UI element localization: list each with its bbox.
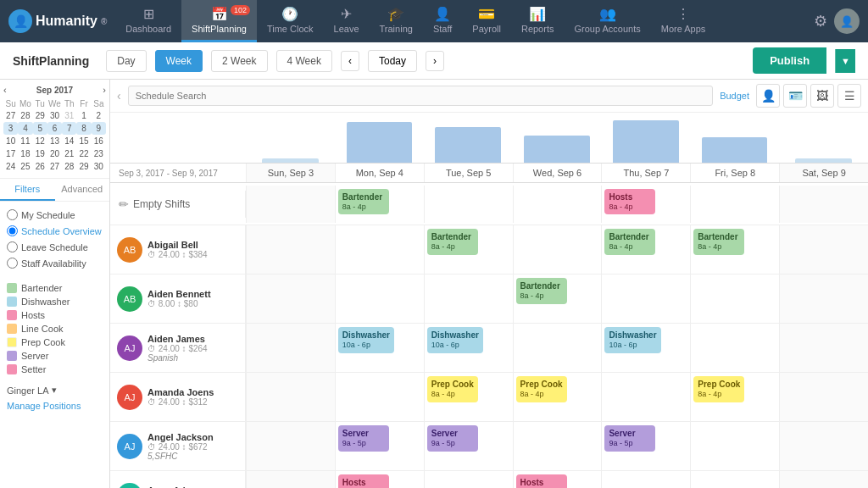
view-4week-button[interactable]: 4 Week xyxy=(276,50,332,72)
list-view-button[interactable]: ☰ xyxy=(837,84,861,108)
mini-cal-8[interactable]: 8 xyxy=(76,122,91,135)
shift-abigail-fri[interactable]: Bartender 8a - 4p xyxy=(693,229,744,255)
mini-cal-1[interactable]: 1 xyxy=(76,109,91,122)
prev-button[interactable]: ‹ xyxy=(341,51,359,71)
mini-cal-27[interactable]: 27 xyxy=(3,109,18,122)
mini-cal-24[interactable]: 24 xyxy=(3,160,18,173)
mini-cal-5[interactable]: 5 xyxy=(33,122,47,135)
mini-cal-prev[interactable]: ‹ xyxy=(3,85,7,95)
nav-item-groupaccounts[interactable]: 👥 Group Accounts xyxy=(564,0,650,42)
date-range-label: Sep 3, 2017 - Sep 9, 2017 xyxy=(110,165,246,181)
shift-aidenjames-mon[interactable]: Dishwasher 10a - 6p xyxy=(338,327,394,353)
nav-item-moreapps[interactable]: ⋮ More Apps xyxy=(651,0,716,42)
mini-cal-3[interactable]: 3 xyxy=(3,122,18,135)
mini-cal-next[interactable]: › xyxy=(103,85,106,95)
mini-cal-25[interactable]: 25 xyxy=(18,160,32,173)
mini-cal-28b[interactable]: 28 xyxy=(62,160,76,173)
mini-cal-31[interactable]: 31 xyxy=(62,109,76,122)
empty-shift-bartender-mon[interactable]: Bartender 8a - 4p xyxy=(338,189,389,215)
nav-item-training[interactable]: 🎓 Training xyxy=(370,0,423,42)
mini-cal-19[interactable]: 19 xyxy=(33,147,47,160)
mini-cal-14[interactable]: 14 xyxy=(62,135,76,147)
shift-angeljackson-mon[interactable]: Server 9a - 5p xyxy=(338,425,389,452)
shift-angeljackson-thu[interactable]: Server 9a - 5p xyxy=(604,425,655,452)
view-day-button[interactable]: Day xyxy=(106,50,146,72)
mini-cal-29[interactable]: 29 xyxy=(33,109,47,122)
mini-cal-6[interactable]: 6 xyxy=(47,122,62,135)
next-button[interactable]: › xyxy=(426,51,444,71)
shift-annaadams-mon[interactable]: Hosts 8a - 4p xyxy=(338,474,389,488)
chart-bar-thu xyxy=(613,120,678,163)
radio-my-schedule[interactable]: My Schedule xyxy=(7,207,103,223)
mini-cal-12[interactable]: 12 xyxy=(33,135,47,147)
brand-logo[interactable]: 👤 Humanity ® xyxy=(8,9,107,33)
mini-cal-21[interactable]: 21 xyxy=(62,147,76,160)
mini-cal-20[interactable]: 20 xyxy=(47,147,62,160)
cell-angeljackson-sat xyxy=(779,422,868,470)
shift-annaadams-wed[interactable]: Hosts 8a - 4p xyxy=(516,474,567,488)
mini-cal-7[interactable]: 7 xyxy=(62,122,76,135)
mini-cal-15[interactable]: 15 xyxy=(76,135,91,147)
shift-amandajoens-fri[interactable]: Prep Cook 8a - 4p xyxy=(693,376,744,402)
shift-aidenbennett-wed[interactable]: Bartender 8a - 4p xyxy=(516,278,567,304)
mini-cal-26[interactable]: 26 xyxy=(33,160,47,173)
mini-calendar: ‹ Sep 2017 › Su Mo Tu We Th Fr Sa 27 28 … xyxy=(0,80,109,179)
mini-cal-4[interactable]: 4 xyxy=(18,122,32,135)
today-button[interactable]: Today xyxy=(368,50,417,72)
photo-view-button[interactable]: 🖼 xyxy=(810,84,834,108)
row-cells-abigail: Bartender 8a - 4p Bartender 8a - 4p B xyxy=(246,225,868,274)
nav-item-leave[interactable]: ✈ Leave xyxy=(324,0,370,42)
mini-cal-2[interactable]: 2 xyxy=(92,109,106,122)
cell-angeljackson-thu: Server 9a - 5p xyxy=(601,422,690,470)
mini-cal-28[interactable]: 28 xyxy=(18,109,32,122)
shift-abigail-thu[interactable]: Bartender 8a - 4p xyxy=(604,229,655,255)
mini-cal-30b[interactable]: 30 xyxy=(92,160,106,173)
manage-positions-link[interactable]: Manage Positions xyxy=(0,397,109,414)
shift-amandajoens-wed[interactable]: Prep Cook 8a - 4p xyxy=(516,376,567,402)
shift-aidenjames-tue[interactable]: Dishwasher 10a - 6p xyxy=(427,327,483,353)
mini-cal-18[interactable]: 18 xyxy=(18,147,32,160)
nav-item-reports[interactable]: 📊 Reports xyxy=(511,0,565,42)
mini-cal-29b[interactable]: 29 xyxy=(76,160,91,173)
tab-advanced[interactable]: Advanced xyxy=(55,179,110,201)
shift-amandajoens-tue[interactable]: Prep Cook 8a - 4p xyxy=(427,376,478,402)
mini-cal-17[interactable]: 17 xyxy=(3,147,18,160)
shift-angeljackson-tue[interactable]: Server 9a - 5p xyxy=(427,425,478,452)
mini-cal-9[interactable]: 9 xyxy=(92,122,106,135)
radio-schedule-overview[interactable]: Schedule Overview xyxy=(7,223,103,239)
mini-cal-30[interactable]: 30 xyxy=(47,109,62,122)
user-avatar[interactable]: 👤 xyxy=(834,8,860,34)
nav-item-dashboard[interactable]: ⊞ Dashboard xyxy=(115,0,181,42)
budget-link[interactable]: Budget xyxy=(720,91,749,101)
mini-cal-22[interactable]: 22 xyxy=(76,147,91,160)
nav-item-payroll[interactable]: 💳 Payroll xyxy=(462,0,511,42)
legend-setter: Setter xyxy=(7,363,103,376)
schedule-search-input[interactable] xyxy=(128,86,713,106)
nav-item-shiftplanning[interactable]: 📅 102 ShiftPlanning xyxy=(181,0,257,42)
row-info-aidenjames: Aiden James ⏱ 24.00 ↕ $264 Spanish xyxy=(147,334,238,363)
mini-cal-23[interactable]: 23 xyxy=(92,147,106,160)
cell-aidenbennett-wed: Bartender 8a - 4p xyxy=(513,274,602,323)
mini-cal-10[interactable]: 10 xyxy=(3,135,18,147)
nav-item-timeclock[interactable]: 🕐 Time Clock xyxy=(257,0,324,42)
settings-icon[interactable]: ⚙ xyxy=(814,12,827,30)
view-week-button[interactable]: Week xyxy=(155,50,203,72)
card-view-button[interactable]: 🪪 xyxy=(783,84,807,108)
radio-staff-availability[interactable]: Staff Availability xyxy=(7,255,103,271)
publish-dropdown-button[interactable]: ▼ xyxy=(835,49,855,73)
sidebar-collapse-icon[interactable]: ‹ xyxy=(117,89,121,103)
people-view-button[interactable]: 👤 xyxy=(756,84,780,108)
shift-aidenjames-thu[interactable]: Dishwasher 10a - 6p xyxy=(604,327,660,353)
tab-filters[interactable]: Filters xyxy=(0,179,55,201)
publish-button[interactable]: Publish xyxy=(753,47,826,74)
mini-cal-11[interactable]: 11 xyxy=(18,135,32,147)
mini-cal-16[interactable]: 16 xyxy=(92,135,106,147)
radio-leave-schedule[interactable]: Leave Schedule xyxy=(7,239,103,255)
empty-shift-hosts-thu[interactable]: Hosts 8a - 4p xyxy=(604,189,655,215)
group-label[interactable]: Ginger LA ▾ xyxy=(7,385,103,396)
mini-cal-13[interactable]: 13 xyxy=(47,135,62,147)
shift-abigail-tue[interactable]: Bartender 8a - 4p xyxy=(427,229,478,255)
nav-item-staff[interactable]: 👤 Staff xyxy=(423,0,462,42)
view-2week-button[interactable]: 2 Week xyxy=(211,50,267,72)
mini-cal-27b[interactable]: 27 xyxy=(47,160,62,173)
